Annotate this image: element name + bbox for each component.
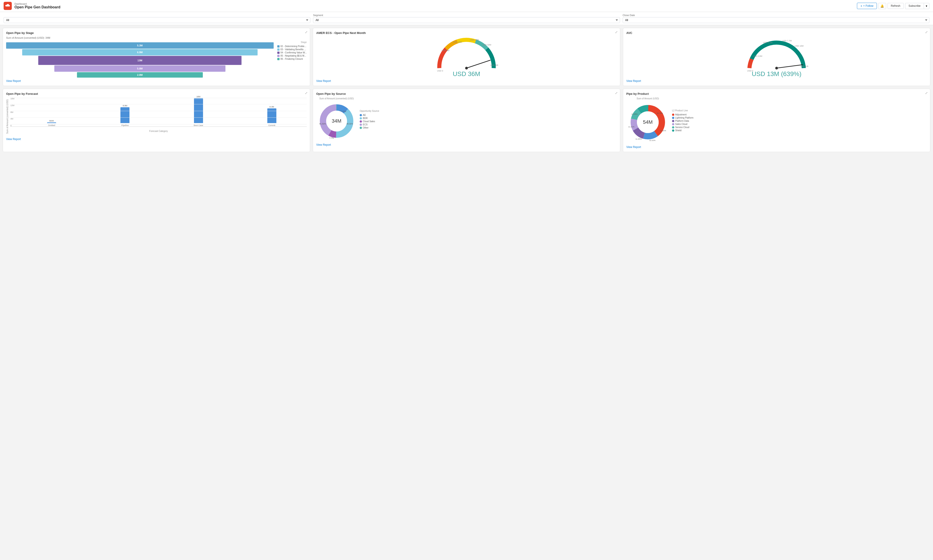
card-amer-ecs: AMER ECS - Open Pipe Next Month ⤢ USD 0 … bbox=[313, 28, 620, 86]
svg-text:USD 5.1M: USD 5.1M bbox=[763, 42, 773, 44]
follow-button[interactable]: + Follow bbox=[857, 3, 877, 9]
product-label-lightning: Lightning Platform bbox=[675, 117, 694, 119]
filter-label-segment: Segment bbox=[313, 14, 620, 17]
donut-source-legend: Opportunity Source AE BDR Cloud Sales EC… bbox=[360, 110, 379, 129]
svg-point-9 bbox=[775, 67, 778, 69]
product-dot-adjustment bbox=[672, 114, 674, 116]
donut-source-svg-wrap: 12.11% 38.31% 7.7% 41.31% 34M bbox=[316, 101, 357, 142]
bar-val-omitted: 584K bbox=[49, 120, 54, 122]
legend-item-4: 06 - Finalizing Closure bbox=[277, 58, 307, 60]
legend-item-1: 03 - Validating Benefits ... bbox=[277, 48, 307, 51]
product-legend-servicecloud: Service Cloud bbox=[672, 126, 694, 129]
bar-val-bestcase: 16M bbox=[197, 95, 200, 98]
legend-label-0: 02 - Determining Proble... bbox=[280, 45, 306, 48]
bar-label-commit: Commit bbox=[268, 124, 275, 126]
legend-item-2: 04 - Confirming Value W... bbox=[277, 51, 307, 54]
svg-text:USD 24M: USD 24M bbox=[470, 39, 479, 41]
svg-text:USD 8M: USD 8M bbox=[442, 49, 449, 52]
expand-icon-stage[interactable]: ⤢ bbox=[305, 30, 308, 34]
filter-select-closedate[interactable]: All bbox=[623, 17, 929, 23]
expand-icon-amer[interactable]: ⤢ bbox=[615, 30, 618, 34]
bar-col-commit: 8.3M Commit bbox=[237, 106, 307, 126]
forecast-bars: 584K Omitted 8.9M Pipeline 16M Be bbox=[11, 97, 307, 127]
donut-source-legend-title: Opportunity Source bbox=[360, 110, 379, 112]
filters-bar: All Segment All Close Date All bbox=[0, 12, 933, 25]
funnel-bar-3: 13M bbox=[38, 56, 242, 65]
svg-text:11.21%: 11.21% bbox=[628, 126, 634, 128]
expand-icon-source[interactable]: ⤢ bbox=[615, 91, 618, 95]
svg-text:11.05%: 11.05% bbox=[631, 113, 637, 115]
product-legend-adjustment: Adjustment bbox=[672, 113, 694, 116]
source-legend-cloudsales: Cloud Sales bbox=[360, 120, 379, 123]
filter-select-segment[interactable]: All bbox=[313, 17, 620, 23]
filter-group-segment: Segment All bbox=[313, 14, 620, 23]
bar-label-bestcase: Best Case bbox=[194, 124, 203, 126]
source-legend-bdr: BDR bbox=[360, 117, 379, 120]
view-report-amer[interactable]: View Report bbox=[316, 79, 331, 83]
subscribe-button[interactable]: Subscribe bbox=[905, 3, 924, 9]
filter-label-closedate: Close Date bbox=[623, 14, 929, 17]
product-label-shield: Shield bbox=[675, 129, 682, 132]
funnel-chart: 5.3M 6.9M 13M 5.8M 2.8M bbox=[6, 40, 274, 78]
subscribe-dropdown-button[interactable]: ▾ bbox=[924, 3, 929, 9]
funnel-container: Sum of Amount (converted) (USD): 34M 5.3… bbox=[6, 37, 307, 78]
donut-source-title: Sum of Amount (converted) (USD) bbox=[319, 97, 354, 100]
notification-button[interactable]: 🔔 bbox=[878, 3, 886, 9]
source-label-ae: AE bbox=[363, 114, 366, 116]
legend-dot-2 bbox=[277, 52, 280, 54]
svg-text:11.45%: 11.45% bbox=[635, 138, 642, 140]
source-label-bdr: BDR bbox=[363, 117, 368, 120]
card-forecast: Open Pipe by Forecast ⤢ Sum of Amount (c… bbox=[3, 89, 310, 152]
card-open-pipe-stage: Open Pipe by Stage ⤢ Sum of Amount (conv… bbox=[3, 28, 310, 86]
expand-icon-avc[interactable]: ⤢ bbox=[925, 30, 928, 34]
donut-source-chart: Sum of Amount (converted) (USD) 12.11% 3… bbox=[316, 97, 357, 142]
product-label-servicecloud: Service Cloud bbox=[675, 126, 689, 129]
card-title-product: Pipe by Product bbox=[626, 92, 927, 95]
donut-product-chart: Sum of Amount (USD) bbox=[626, 97, 669, 144]
refresh-button[interactable]: Refresh bbox=[887, 3, 904, 9]
svg-point-1 bbox=[465, 67, 468, 69]
donut-source-wrap: Sum of Amount (converted) (USD) 12.11% 3… bbox=[316, 97, 617, 142]
expand-icon-forecast[interactable]: ⤢ bbox=[305, 91, 308, 95]
source-legend-other: Other bbox=[360, 126, 379, 129]
view-report-avc[interactable]: View Report bbox=[626, 79, 641, 83]
product-dot-lightning bbox=[672, 117, 674, 119]
donut-product-wrap: Sum of Amount (USD) bbox=[626, 97, 927, 144]
page-title: Open Pipe Gen Dashboard bbox=[14, 5, 60, 9]
product-dot-salescloud bbox=[672, 123, 674, 125]
subscribe-group: Subscribe ▾ bbox=[905, 3, 929, 9]
expand-icon-product[interactable]: ⤢ bbox=[925, 91, 928, 95]
funnel-sum: Sum of Amount (converted) (USD): 34M bbox=[6, 37, 274, 39]
gauge-avc-container: USD 0 USD 2.6M USD 5.1M USD 7.7M USD 10M… bbox=[626, 37, 927, 78]
gauge-amer-value: USD 36M bbox=[453, 70, 480, 78]
view-report-forecast[interactable]: View Report bbox=[6, 138, 21, 141]
product-label-platformdata: Platform Data bbox=[675, 120, 689, 122]
donut-product-legend-title: L2 Product Line bbox=[672, 109, 694, 112]
logo bbox=[4, 2, 12, 10]
legend-label-1: 03 - Validating Benefits ... bbox=[280, 48, 306, 51]
view-report-stage[interactable]: View Report bbox=[6, 79, 21, 83]
legend-label-4: 06 - Finalizing Closure bbox=[280, 58, 303, 60]
card-title-stage: Open Pipe by Stage bbox=[6, 31, 307, 35]
funnel-bar-5: 2.8M bbox=[77, 72, 203, 78]
legend-label-3: 05 - Negotiating $$ & M... bbox=[280, 55, 306, 57]
card-title-source: Open Pipe by Source bbox=[316, 92, 617, 95]
svg-text:7.7%: 7.7% bbox=[329, 137, 334, 139]
view-report-product[interactable]: View Report bbox=[626, 146, 641, 149]
source-legend-ecs: ECS bbox=[360, 123, 379, 126]
funnel-chart-area: Sum of Amount (converted) (USD): 34M 5.3… bbox=[6, 37, 274, 78]
card-title-amer: AMER ECS - Open Pipe Next Month bbox=[316, 31, 617, 35]
card-avc: AVC ⤢ USD 0 USD 2.6M USD 5.1M USD 7.7M U… bbox=[623, 28, 930, 86]
view-report-source[interactable]: View Report bbox=[316, 143, 331, 146]
filter-select-1[interactable]: All bbox=[4, 17, 310, 23]
source-dot-ae bbox=[360, 114, 362, 116]
legend-dot-1 bbox=[277, 48, 280, 51]
bar-val-commit: 8.3M bbox=[269, 106, 274, 108]
bar-rect-omitted bbox=[47, 122, 56, 123]
donut-product-center: 54M bbox=[643, 119, 653, 125]
funnel-bar-2: 6.9M bbox=[22, 49, 257, 55]
bar-col-bestcase: 16M Best Case bbox=[164, 95, 233, 126]
header-actions: + Follow 🔔 Refresh Subscribe ▾ bbox=[857, 3, 929, 9]
card-title-avc: AVC bbox=[626, 31, 927, 35]
product-dot-shield bbox=[672, 129, 674, 132]
